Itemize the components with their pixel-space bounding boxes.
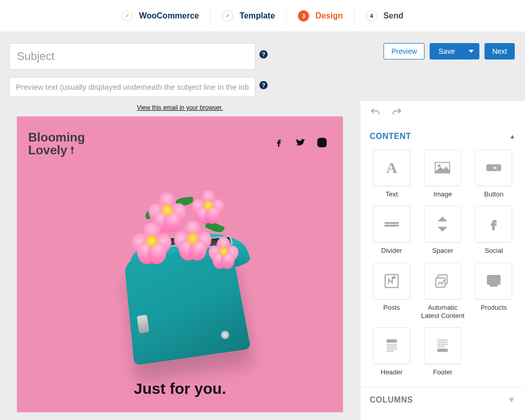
svg-point-4 <box>438 165 441 167</box>
social-icon <box>475 206 512 243</box>
email-canvas[interactable]: View this email in your browser. Bloomin… <box>0 101 360 420</box>
alc-icon <box>424 263 461 299</box>
tulip-icon <box>67 145 77 157</box>
svg-rect-6 <box>385 223 398 224</box>
brand-line2: Lovely <box>28 143 67 157</box>
button-icon <box>475 149 512 186</box>
brand-line1: Blooming <box>28 130 85 144</box>
step-send[interactable]: 4 Send <box>355 7 415 25</box>
next-button[interactable]: Next <box>484 43 515 59</box>
svg-rect-16 <box>387 344 396 345</box>
hero-headline[interactable]: Just for you. <box>17 380 343 399</box>
undo-button[interactable] <box>370 107 381 120</box>
instagram-icon[interactable] <box>316 137 328 150</box>
block-label: Posts <box>383 304 400 312</box>
save-button[interactable]: Save <box>430 43 463 59</box>
step-label: WooCommerce <box>139 11 199 21</box>
blocks-panel: CONTENT ▲ A Text Image Button <box>360 101 525 420</box>
block-label: Button <box>484 190 503 198</box>
block-label: Header <box>381 368 403 376</box>
email-body[interactable]: Blooming Lovely <box>17 116 343 412</box>
columns-section-toggle[interactable]: COLUMNS ▼ <box>360 387 525 413</box>
header-actions: Preview Save Next <box>383 43 515 59</box>
svg-rect-15 <box>387 339 396 342</box>
block-label: Spacer <box>432 247 453 255</box>
block-label: Automatic Latest Content <box>421 304 465 321</box>
step-template[interactable]: ✓ Template <box>211 7 287 25</box>
block-image[interactable]: Image <box>421 149 465 198</box>
caret-down-icon <box>469 50 474 53</box>
block-text[interactable]: A Text <box>370 149 414 198</box>
block-spacer[interactable]: Spacer <box>421 206 465 255</box>
header-icon <box>373 327 410 364</box>
block-label: Divider <box>381 247 402 255</box>
preview-button[interactable]: Preview <box>383 43 425 59</box>
step-number-icon: 3 <box>298 10 309 22</box>
step-label: Send <box>383 11 403 21</box>
subject-input[interactable] <box>9 43 255 70</box>
facebook-icon[interactable] <box>273 137 285 150</box>
block-header[interactable]: Header <box>370 327 414 376</box>
block-label: Footer <box>433 368 453 376</box>
content-section-title: CONTENT <box>370 132 411 141</box>
block-footer[interactable]: Footer <box>421 327 465 376</box>
wizard-steps: ✓ WooCommerce ✓ Template 3 Design 4 Send <box>0 0 525 32</box>
block-label: Text <box>386 190 398 198</box>
svg-rect-24 <box>438 349 448 351</box>
svg-rect-19 <box>387 351 393 352</box>
caret-up-icon: ▲ <box>510 133 516 140</box>
text-icon: A <box>386 159 397 176</box>
brand-logo: Blooming Lovely <box>28 131 85 156</box>
save-dropdown-button[interactable] <box>463 43 479 59</box>
preview-text-input[interactable] <box>9 77 255 97</box>
help-icon[interactable]: ? <box>259 50 268 58</box>
svg-rect-14 <box>490 284 497 286</box>
social-links <box>273 137 328 150</box>
svg-text:Woo: Woo <box>489 278 499 283</box>
block-social[interactable]: Social <box>472 206 516 255</box>
block-label: Image <box>433 190 452 198</box>
block-posts[interactable]: Posts <box>370 263 414 321</box>
step-woocommerce[interactable]: ✓ WooCommerce <box>110 7 211 25</box>
footer-icon <box>424 327 461 364</box>
svg-point-2 <box>324 139 325 141</box>
redo-button[interactable] <box>391 107 402 120</box>
save-split-button: Save <box>430 43 479 59</box>
block-automatic-latest-content[interactable]: Automatic Latest Content <box>421 263 465 321</box>
image-icon <box>424 149 461 186</box>
block-products[interactable]: Woo Products <box>472 263 516 321</box>
step-number-icon: 4 <box>366 10 377 22</box>
block-divider[interactable]: Divider <box>370 206 414 255</box>
svg-rect-21 <box>438 342 448 343</box>
columns-section-title: COLUMNS <box>370 395 413 405</box>
svg-rect-23 <box>438 346 445 347</box>
block-label: Social <box>484 247 502 255</box>
work-area: Preview Save Next ? ? View this email in… <box>0 32 525 420</box>
spacer-icon <box>424 206 461 243</box>
svg-point-1 <box>320 141 324 145</box>
hero-image[interactable] <box>17 162 343 377</box>
view-in-browser-link[interactable]: View this email in your browser. <box>9 101 351 116</box>
check-icon: ✓ <box>122 10 133 22</box>
content-section-toggle[interactable]: CONTENT ▲ <box>360 126 525 144</box>
block-label: Products <box>481 304 507 312</box>
content-blocks-grid: A Text Image Button Divider Sp <box>360 144 525 387</box>
svg-rect-22 <box>438 344 448 345</box>
svg-rect-17 <box>387 346 396 347</box>
svg-rect-20 <box>438 339 448 341</box>
block-button: Button <box>472 149 516 198</box>
divider-icon <box>373 206 410 243</box>
caret-down-icon: ▼ <box>508 395 516 405</box>
svg-rect-7 <box>385 225 398 227</box>
step-design[interactable]: 3 Design <box>287 7 354 25</box>
check-icon: ✓ <box>222 10 233 22</box>
svg-point-9 <box>393 276 395 278</box>
svg-rect-18 <box>387 348 396 349</box>
twitter-icon[interactable] <box>295 137 306 150</box>
help-icon[interactable]: ? <box>259 81 268 89</box>
products-icon: Woo <box>475 263 512 299</box>
step-label: Design <box>315 11 342 21</box>
hero-illustration <box>113 192 247 346</box>
email-meta-fields: ? ? <box>0 32 525 101</box>
step-label: Template <box>239 11 275 21</box>
